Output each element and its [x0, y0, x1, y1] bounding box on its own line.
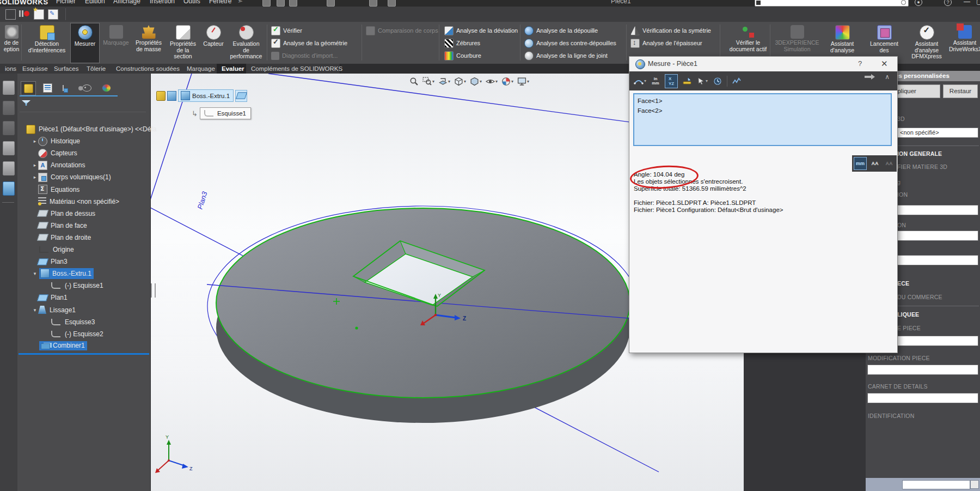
- font-increase-icon[interactable]: AA: [869, 157, 881, 169]
- tree-item-historique[interactable]: ▸Historique: [17, 136, 164, 147]
- units-mm-icon[interactable]: mm: [854, 157, 867, 170]
- configurations-tab-icon[interactable]: [60, 81, 74, 94]
- breadcrumb-sketch-tab[interactable]: Esquisse1: [200, 107, 251, 119]
- side-tool-icon-2[interactable]: [3, 101, 15, 115]
- box-icon[interactable]: [277, 0, 285, 7]
- footer-icon[interactable]: [970, 480, 979, 489]
- properties-tab-icon[interactable]: [40, 81, 54, 94]
- select-arrow-icon[interactable]: ▾: [696, 75, 708, 88]
- dialog-collapse-icon[interactable]: ∧: [885, 73, 890, 81]
- menu-edition[interactable]: Edition: [85, 0, 105, 5]
- frame-icon[interactable]: [5, 9, 16, 20]
- tab-t-lerie[interactable]: Tôlerie: [82, 64, 112, 74]
- window-icon[interactable]: ▢: [976, 0, 980, 5]
- ribbon-item-z-brures[interactable]: Zébrures: [444, 38, 518, 49]
- menu-insertion[interactable]: Insertion: [150, 0, 175, 5]
- property-input[interactable]: [867, 365, 978, 375]
- search-input[interactable]: [755, 0, 909, 7]
- side-tool-icon-3[interactable]: [3, 121, 15, 135]
- tree-item-lissage1[interactable]: ▾Lissage1: [17, 305, 164, 316]
- tree-item-plan3[interactable]: Plan3: [17, 256, 164, 267]
- dialog-pin-icon[interactable]: [865, 76, 872, 78]
- measure-history-icon[interactable]: [712, 75, 724, 88]
- ribbon-button-mesurer[interactable]: Mesurer: [70, 23, 100, 63]
- breadcrumb-plane-tab[interactable]: [235, 90, 247, 102]
- zoom-fit-icon[interactable]: [409, 77, 419, 86]
- xyz-measure-icon[interactable]: XYZ: [665, 74, 678, 88]
- side-tool-icon-1[interactable]: [3, 81, 15, 95]
- ribbon-button-dede-eption[interactable]: de deeption: [1, 23, 22, 63]
- ribbon-button-capteur[interactable]: Capteur: [200, 23, 226, 63]
- arc-measure-icon[interactable]: ▾: [634, 75, 646, 88]
- side-tool-icon-4[interactable]: [3, 141, 15, 155]
- graph-icon[interactable]: [731, 75, 743, 88]
- view-orientation-icon[interactable]: ▾: [454, 77, 466, 86]
- ribbon-item-analyse-de-la-d-pouille[interactable]: Analyse de la dépouille: [524, 25, 623, 36]
- ribbon-item-analyse-des-contre-d-pouilles[interactable]: Analyse des contre-dépouilles: [524, 38, 623, 49]
- tree-item-combiner1[interactable]: Combiner1: [17, 341, 164, 351]
- user-icon[interactable]: ●: [915, 0, 922, 6]
- property-input[interactable]: <non spécifié>: [897, 128, 978, 138]
- disc-top-face[interactable]: [216, 208, 630, 398]
- ribbon-item-v-rification-de-la-sym-trie[interactable]: Vérification de la symétrie: [630, 25, 718, 36]
- zoom-area-icon[interactable]: ▾: [422, 77, 434, 86]
- tree-item-annotations[interactable]: ▸Annotations: [17, 160, 164, 171]
- breadcrumb-part-icon[interactable]: [156, 91, 166, 101]
- tab-constructions-soud-es[interactable]: Constructions soudées: [111, 64, 182, 74]
- tree-item-pi-ce1-d-faut-brut-d-usinage-d-fa[interactable]: Pièce1 (Défaut<Brut d'usinage>) <<Défa: [17, 124, 152, 135]
- section-view-icon[interactable]: ▾: [438, 77, 450, 86]
- tree-item-capteurs[interactable]: Capteurs: [17, 148, 164, 159]
- panels-icon[interactable]: [262, 0, 271, 7]
- point-to-point-icon[interactable]: [681, 75, 693, 88]
- side-tool-icon-6[interactable]: [3, 181, 15, 196]
- tab-esquisse[interactable]: Esquisse: [17, 64, 50, 74]
- menu-fichier[interactable]: Fichier: [56, 0, 76, 5]
- tab-ions[interactable]: ions: [0, 64, 18, 74]
- breadcrumb-feature-icon[interactable]: [167, 91, 176, 101]
- tree-item--esquisse1[interactable]: (-) Esquisse1: [17, 280, 176, 291]
- tab-marquage[interactable]: Marquage: [182, 64, 217, 74]
- print-icon[interactable]: [369, 0, 377, 7]
- tree-item-mat-riau-non-sp-cifi-[interactable]: Matériau <non spécifié>: [17, 196, 164, 207]
- ribbon-item-courbure[interactable]: Courbure: [444, 50, 518, 61]
- expand-arrow-icon[interactable]: ▸: [32, 174, 38, 180]
- breadcrumb-feature-tab[interactable]: Boss.-Extru.1: [178, 89, 234, 102]
- tab-evaluer[interactable]: Evaluer: [217, 64, 247, 74]
- property-input[interactable]: [897, 205, 978, 215]
- restore-button[interactable]: Restaur: [943, 84, 978, 98]
- measure-selection-list[interactable]: Face<1>Face<2>: [633, 93, 892, 146]
- ribbon-item-analyse-de-la-ligne-de-joint[interactable]: Analyse de la ligne de joint: [524, 50, 623, 61]
- display-style-icon[interactable]: ▾: [470, 77, 482, 86]
- tree-item--esquisse2[interactable]: (-) Esquisse2: [17, 329, 176, 340]
- pencil-icon[interactable]: [289, 0, 297, 7]
- expand-arrow-icon[interactable]: ▾: [32, 307, 38, 313]
- ribbon-item-analyse-de-la-g-om-trie[interactable]: Analyse de la géométrie: [271, 38, 358, 49]
- ribbon-button-proprits-demasse[interactable]: Propriétésde masse: [132, 23, 166, 63]
- save-icon[interactable]: [327, 0, 335, 7]
- rollback-bar[interactable]: [19, 353, 149, 355]
- side-tool-icon-5[interactable]: [3, 161, 15, 175]
- dialog-help-button[interactable]: ?: [858, 59, 862, 68]
- property-input[interactable]: [867, 393, 978, 403]
- footer-input[interactable]: [902, 480, 970, 489]
- tree-item-plan1[interactable]: Plan1: [17, 292, 164, 303]
- property-input[interactable]: [897, 336, 978, 346]
- tree-item-plan-de-droite[interactable]: Plan de droite: [17, 232, 164, 243]
- tree-item-boss-extru-1[interactable]: ▾Boss.-Extru.1: [17, 268, 164, 279]
- tree-filter-bar[interactable]: [20, 99, 146, 112]
- tree-item-plan-de-face[interactable]: Plan de face: [17, 220, 164, 231]
- tree-item-equations[interactable]: Equations: [17, 184, 164, 195]
- appearance-icon[interactable]: ▾: [501, 77, 513, 86]
- menu-fenêtre[interactable]: Fenêtre: [209, 0, 231, 5]
- edit-doc-icon[interactable]: ✎: [48, 9, 58, 20]
- tab-surfaces[interactable]: Surfaces: [49, 64, 82, 74]
- ribbon-button-evaluation-de-performance[interactable]: Evaluationdeperformance: [227, 23, 265, 63]
- ribbon-item-analyse-de-l-paisseur[interactable]: Analyse de l'épaisseur: [630, 38, 718, 49]
- measure-dialog-titlebar[interactable]: Mesure - Pièce1 ? ✕: [629, 57, 897, 72]
- font-decrease-icon[interactable]: AA: [883, 157, 895, 169]
- ribbon-button-proprits-dela-section[interactable]: Propriétésde lasection: [166, 23, 200, 63]
- expand-arrow-icon[interactable]: ▸: [32, 162, 38, 168]
- hide-show-icon[interactable]: ▾: [486, 77, 498, 86]
- property-input[interactable]: [897, 231, 978, 241]
- appearance-tab-icon[interactable]: [99, 81, 113, 94]
